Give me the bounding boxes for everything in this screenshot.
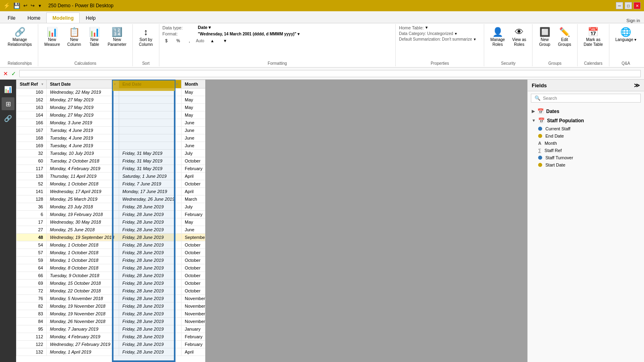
view-as-roles-button[interactable]: 👁 View asRoles: [509, 26, 529, 49]
month-cell: April: [182, 173, 206, 180]
new-group-button[interactable]: 🔲 NewGroup: [536, 26, 553, 49]
new-column-button[interactable]: 📋 NewColumn: [64, 26, 84, 49]
staff-ref-header[interactable]: Staff Ref ▾: [17, 80, 47, 88]
formula-input[interactable]: [19, 70, 641, 77]
model-view-icon[interactable]: 🔗: [2, 112, 14, 125]
month-cell: November: [182, 318, 206, 325]
tab-modeling[interactable]: Modeling: [46, 12, 80, 23]
field-end-date[interactable]: End Date: [528, 132, 644, 140]
start-date-header[interactable]: Start Date ▾: [47, 80, 119, 88]
table-row: 69Monday, 15 October 2018Friday, 28 June…: [17, 280, 206, 287]
currency-button[interactable]: $: [163, 37, 171, 44]
staff-ref-label: Staff Ref: [545, 148, 562, 153]
minimize-button[interactable]: ─: [616, 2, 623, 9]
edit-groups-button[interactable]: ✏️ EditGroups: [555, 26, 574, 49]
staff-ref-cell: 32: [17, 150, 47, 157]
calculations-group-label: Calculations: [41, 60, 129, 66]
table-row: 112Monday, 4 February 2019Friday, 28 Jun…: [17, 333, 206, 341]
decrease-decimal-button[interactable]: ▼: [220, 37, 230, 44]
format-value[interactable]: "Wednesday, 14 March 2001 (dddd, d MMMM …: [198, 32, 300, 36]
search-input[interactable]: [543, 96, 637, 101]
formatting-group-label: Formatting: [163, 60, 392, 66]
start-date-dropdown[interactable]: ▾: [114, 82, 116, 86]
dates-group-header[interactable]: ▶ 📅 Dates: [528, 107, 644, 116]
end-date-cell: Friday, 28 June 2019: [119, 318, 182, 325]
report-view-icon[interactable]: 📊: [2, 83, 14, 96]
end-date-cell: Friday, 28 June 2019: [119, 257, 182, 264]
maximize-button[interactable]: □: [625, 2, 632, 9]
start-date-cell: Monday, 26 November 2018: [47, 318, 119, 325]
start-date-cell: Monday, 1 October 2018: [47, 241, 119, 249]
new-table-button[interactable]: 📊 NewTable: [85, 26, 103, 49]
table-row: 36Monday, 23 July 2018Friday, 28 June 20…: [17, 203, 206, 211]
power-bi-logo-icon: ⚡: [3, 2, 10, 9]
start-date-cell: Monday, 1 April 2019: [47, 348, 119, 356]
table-row: 163Monday, 27 May 2019May: [17, 104, 206, 111]
end-date-cell: [119, 134, 182, 142]
mark-as-date-table-button[interactable]: 📅 Mark asDate Table: [581, 26, 606, 49]
field-current-staff[interactable]: Current Staff: [528, 125, 644, 132]
home-table-dropdown[interactable]: ▾: [425, 25, 428, 30]
language-button[interactable]: 🌐 Language ▾: [613, 26, 639, 44]
start-date-cell: Monday, 22 October 2018: [47, 287, 119, 295]
increase-decimal-button[interactable]: ▲: [207, 37, 217, 44]
percent-button[interactable]: %: [173, 37, 183, 44]
start-date-cell: Monday, 1 October 2018: [47, 249, 119, 257]
end-date-cell: Friday, 28 June 2019: [119, 302, 182, 310]
end-date-cell: Friday, 28 June 2019: [119, 203, 182, 211]
month-cell: April: [182, 348, 206, 356]
search-box[interactable]: 🔍: [531, 94, 641, 103]
manage-relationships-button[interactable]: 🔗 ManageRelationships: [5, 26, 35, 49]
end-date-cell: Friday, 28 June 2019: [119, 218, 182, 226]
quick-access-undo[interactable]: ↩: [23, 3, 27, 8]
new-column-label: NewColumn: [67, 37, 81, 47]
data-view-icon[interactable]: ⊞: [2, 97, 14, 110]
tab-file[interactable]: File: [2, 12, 21, 23]
field-staff-turnover[interactable]: Staff Turnover: [528, 154, 644, 161]
staff-ref-dropdown[interactable]: ▾: [41, 82, 43, 86]
quick-access-dropdown[interactable]: ▼: [38, 4, 42, 8]
month-header[interactable]: Month ▾: [182, 80, 206, 88]
data-type-value[interactable]: Date ▾: [198, 25, 211, 30]
new-parameter-button[interactable]: 🔢 NewParameter: [105, 26, 129, 49]
close-button[interactable]: ✕: [634, 2, 641, 9]
formula-cancel-button[interactable]: ✕: [3, 70, 8, 77]
field-month[interactable]: A Month: [528, 140, 644, 147]
month-cell: October: [182, 241, 206, 249]
end-date-cell: Friday, 28 June 2019: [119, 211, 182, 218]
start-date-label: Start Date: [545, 162, 566, 167]
end-date-header[interactable]: End Date ▾: [119, 80, 182, 88]
default-summarization-dropdown[interactable]: ▾: [474, 37, 476, 41]
sort-content: ↕ Sort byColumn: [136, 25, 155, 60]
comma-button[interactable]: ,: [186, 37, 193, 44]
staff-ref-cell: 122: [17, 341, 47, 348]
tab-help[interactable]: Help: [80, 12, 102, 23]
table-row: 76Monday, 5 November 2018Friday, 28 June…: [17, 295, 206, 302]
start-date-cell: Monday, 19 November 2018: [47, 302, 119, 310]
new-measure-button[interactable]: 📊 NewMeasure: [41, 26, 63, 49]
security-group-label: Security: [487, 60, 529, 66]
table-area[interactable]: Staff Ref ▾ Start Date ▾: [16, 80, 205, 362]
formula-bar: ✕ ✓: [0, 68, 644, 80]
field-start-date[interactable]: Start Date: [528, 161, 644, 169]
end-date-dropdown[interactable]: ▾: [176, 82, 178, 86]
ribbon-group-sort: ↕ Sort byColumn Sort: [133, 24, 159, 66]
quick-access-save[interactable]: 💾: [13, 2, 20, 9]
staff-population-group-header[interactable]: ▼ 📅 Staff Population: [528, 116, 644, 125]
fields-expand-icon[interactable]: ≫: [634, 82, 640, 88]
table-row: 82Monday, 19 November 2018Friday, 28 Jun…: [17, 302, 206, 310]
data-category-row: Data Category: Uncategorized ▾: [399, 31, 481, 36]
staff-ref-cell: 117: [17, 165, 47, 173]
tab-home[interactable]: Home: [21, 12, 46, 23]
data-category-dropdown[interactable]: ▾: [455, 31, 457, 36]
formula-ok-button[interactable]: ✓: [11, 70, 16, 77]
field-staff-ref[interactable]: ∑ Staff Ref: [528, 147, 644, 154]
manage-roles-button[interactable]: 👤 ManageRoles: [487, 26, 508, 49]
quick-access-redo[interactable]: ↪: [31, 3, 35, 8]
current-staff-circle-icon: [538, 127, 542, 131]
staff-ref-cell: 69: [17, 280, 47, 287]
sort-by-column-button[interactable]: ↕ Sort byColumn: [136, 26, 155, 49]
signin-link[interactable]: Sign in: [626, 18, 640, 23]
ribbon-group-groups: 🔲 NewGroup ✏️ EditGroups Groups: [533, 24, 578, 66]
header-row: Staff Ref ▾ Start Date ▾: [17, 80, 206, 88]
